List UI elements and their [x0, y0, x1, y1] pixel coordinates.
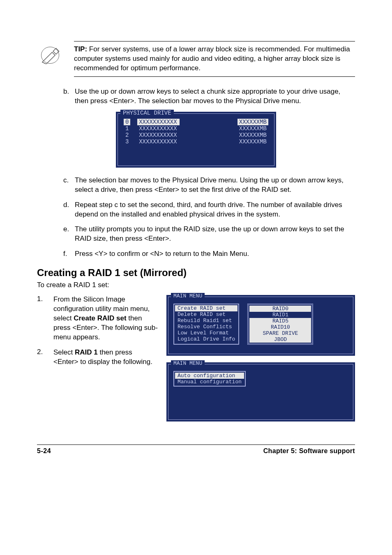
section-heading: Creating a RAID 1 set (Mirrored)	[37, 267, 355, 279]
main-menu-panel-2: MAIN MENU Auto configuration Manual conf…	[166, 362, 355, 421]
step-bold: RAID 1	[75, 348, 98, 356]
menu-item[interactable]: Low Level Format	[175, 330, 238, 336]
main-menu-title: MAIN MENU	[171, 293, 205, 299]
drive-size: XXXXXXMB	[238, 125, 268, 132]
menu-item[interactable]: JBOD	[249, 336, 311, 343]
step-2: 2. Select RAID 1 then press <Enter> to d…	[37, 348, 158, 367]
menu-item[interactable]: RAID1	[249, 312, 311, 318]
step-marker: 2.	[37, 348, 53, 367]
instr-marker: d.	[63, 200, 75, 219]
drive-size: XXXXXXMB	[238, 138, 268, 145]
instr-text: The utility prompts you to input the RAI…	[75, 225, 355, 244]
menu-item[interactable]: RAID10	[249, 324, 311, 330]
menu-item[interactable]: RAID0	[249, 306, 311, 312]
main-menu-left: Auto configuration Manual configuration	[173, 371, 246, 387]
instr-marker: f.	[63, 249, 75, 259]
tip-body: For server systems, use of a lower array…	[74, 45, 350, 72]
instr-text: Repeat step c to set the second, third, …	[75, 200, 355, 219]
instr-text: Press <Y> to confirm or <N> to return to…	[75, 249, 355, 259]
step-bold: Create RAID set	[74, 314, 127, 322]
step-marker: 1.	[37, 295, 53, 342]
page-footer: 5-24 Chapter 5: Software support	[37, 444, 355, 455]
drive-row[interactable]: 1 XXXXXXXXXXX XXXXXXMB	[121, 125, 271, 132]
drive-name: XXXXXXXXXXX	[137, 125, 179, 132]
drive-idx: 0	[124, 119, 130, 125]
instr-marker: e.	[63, 225, 75, 244]
physical-drive-title: PHYSICAL DRIVE	[120, 110, 174, 116]
main-menu-panel-1: MAIN MENU Create RAID set Delete RAID se…	[166, 295, 355, 356]
instr-marker: c.	[63, 176, 75, 195]
section-intro: To create a RAID 1 set:	[37, 281, 355, 289]
instruction-c: c. The selection bar moves to the Physic…	[63, 176, 355, 195]
menu-item[interactable]: Manual configuration	[175, 379, 244, 385]
instruction-d: d. Repeat step c to set the second, thir…	[63, 200, 355, 219]
drive-name: XXXXXXXXXXX	[137, 119, 179, 125]
drive-idx: 2	[124, 132, 130, 138]
menu-item[interactable]: SPARE DRIVE	[249, 330, 311, 336]
drive-name: XXXXXXXXXXX	[137, 138, 179, 145]
drive-row[interactable]: 3 XXXXXXXXXXX XXXXXXMB	[121, 138, 271, 145]
main-menu-left: Create RAID set Delete RAID set Rebuild …	[173, 304, 239, 345]
tip-text: TIP: For server systems, use of a lower …	[74, 41, 355, 77]
main-menu-right: RAID0 RAID1 RAID5 RAID10 SPARE DRIVE JBO…	[247, 304, 313, 345]
instruction-f: f. Press <Y> to confirm or <N> to return…	[63, 249, 355, 259]
menu-item[interactable]: Resolve Conflicts	[175, 324, 238, 330]
instr-text: The selection bar moves to the Physical …	[75, 176, 355, 195]
menu-item[interactable]: Create RAID set	[175, 305, 238, 311]
drive-size: XXXXXXMB	[238, 119, 268, 125]
step-1: 1. From the Silicon Image configuration …	[37, 295, 158, 342]
tip-block: TIP: For server systems, use of a lower …	[37, 41, 355, 77]
menu-item[interactable]: Delete RAID set	[175, 311, 238, 318]
step-text: Select	[53, 348, 75, 356]
drive-row[interactable]: 2 XXXXXXXXXXX XXXXXXMB	[121, 132, 271, 138]
drive-idx: 1	[124, 125, 130, 132]
menu-item[interactable]: Logical Drive Info	[175, 336, 238, 342]
instr-text: Use the up or down arrow keys to select …	[75, 87, 355, 106]
menu-item[interactable]: RAID5	[249, 318, 311, 324]
menu-item[interactable]: Auto configuration	[175, 373, 244, 379]
pencil-icon	[40, 44, 60, 64]
physical-drive-panel: PHYSICAL DRIVE 0 XXXXXXXXXXX XXXXXXMB 1 …	[116, 112, 276, 168]
menu-item[interactable]: Rebuild Raid1 set	[175, 318, 238, 324]
page-number: 5-24	[37, 447, 51, 455]
chapter-label: Chapter 5: Software support	[263, 447, 355, 455]
drive-idx: 3	[124, 138, 130, 145]
instruction-e: e. The utility prompts you to input the …	[63, 225, 355, 244]
drive-name: XXXXXXXXXXX	[137, 132, 179, 138]
main-menu-title: MAIN MENU	[171, 360, 205, 366]
instr-marker: b.	[63, 87, 75, 106]
drive-size: XXXXXXMB	[238, 132, 268, 138]
drive-row[interactable]: 0 XXXXXXXXXXX XXXXXXMB	[121, 119, 271, 125]
instruction-b: b. Use the up or down arrow keys to sele…	[63, 87, 355, 106]
tip-label: TIP:	[74, 45, 87, 53]
svg-point-0	[41, 47, 59, 63]
